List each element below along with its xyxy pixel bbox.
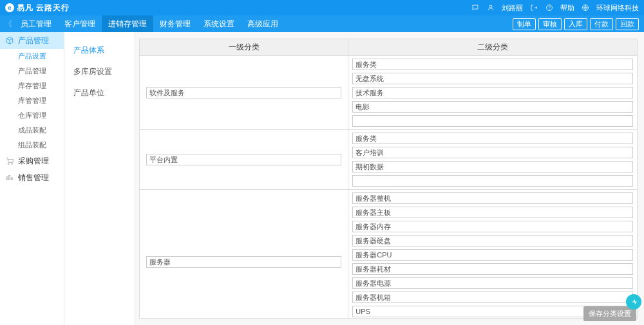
l2-input-0-1[interactable] [352, 73, 633, 84]
l2-input-2-3[interactable] [352, 235, 633, 246]
nav-item-5[interactable]: 高级应用 [241, 15, 285, 32]
svg-point-4 [8, 163, 9, 165]
l1-input-0[interactable] [146, 87, 341, 98]
l2-input-1-2[interactable] [352, 161, 633, 172]
company-name[interactable]: 环球网络科技 [596, 3, 639, 13]
sidebar-group-1[interactable]: 采购管理 [0, 153, 64, 169]
svg-point-2 [549, 10, 550, 10]
sidebar-group-0[interactable]: 产品管理 [0, 32, 64, 49]
l2-input-2-1[interactable] [352, 207, 633, 218]
sidebar-sub-0-0[interactable]: 产品设置 [0, 49, 64, 64]
sidebar-group-2-icon [5, 173, 14, 182]
svg-rect-6 [6, 177, 8, 180]
sidebar-sub-0-3[interactable]: 库管管理 [0, 93, 64, 108]
category-row [140, 56, 637, 130]
nav-mini-button-1[interactable]: 审核 [538, 18, 562, 30]
brand-name: 易凡 云路天行 [17, 3, 70, 14]
l2-input-0-4[interactable] [352, 115, 633, 127]
nav-mini-button-2[interactable]: 入库 [564, 18, 587, 30]
column-header-l2: 二级分类 [348, 39, 637, 55]
l2-input-1-0[interactable] [352, 133, 633, 144]
help-icon[interactable] [545, 3, 554, 12]
l1-input-1[interactable] [146, 154, 341, 165]
category-row [140, 190, 637, 318]
sidebar-sub-0-1[interactable]: 产品管理 [0, 64, 64, 79]
sidebar-sub-0-4[interactable]: 仓库管理 [0, 108, 64, 123]
globe-icon [581, 3, 590, 12]
l2-input-0-2[interactable] [352, 87, 633, 98]
l2-input-0-0[interactable] [352, 59, 633, 70]
l1-input-2[interactable] [146, 256, 341, 268]
submenu-item-2[interactable]: 产品单位 [64, 82, 135, 104]
nav-item-3[interactable]: 财务管理 [153, 15, 197, 32]
sidebar-group-2[interactable]: 销售管理 [0, 169, 64, 186]
nav-back-icon[interactable]: 〈 [3, 19, 14, 30]
svg-point-0 [489, 5, 492, 8]
l2-input-2-2[interactable] [352, 221, 633, 232]
svg-point-5 [12, 163, 13, 165]
sidebar-sub-0-6[interactable]: 组品装配 [0, 138, 64, 153]
chat-icon[interactable] [471, 3, 480, 12]
sidebar-group-1-icon [5, 156, 14, 165]
brand-logo-icon: e [5, 3, 14, 12]
submenu-item-0[interactable]: 产品体系 [64, 40, 135, 61]
nav-mini-button-0[interactable]: 制单 [513, 18, 536, 30]
l2-input-1-1[interactable] [352, 147, 633, 158]
submenu-item-1[interactable]: 多库房设置 [64, 61, 135, 82]
sidebar-sub-0-5[interactable]: 成品装配 [0, 123, 64, 138]
nav-item-4[interactable]: 系统设置 [197, 15, 241, 32]
nav-mini-button-4[interactable]: 回款 [616, 18, 639, 30]
save-category-button[interactable]: 保存分类设置 [583, 306, 636, 321]
svg-rect-8 [11, 178, 12, 180]
l2-input-2-6[interactable] [352, 277, 633, 289]
l2-input-2-5[interactable] [352, 263, 633, 275]
float-help-button[interactable] [626, 294, 641, 310]
sidebar-sub-0-2[interactable]: 库存管理 [0, 79, 64, 93]
user-icon [486, 3, 495, 12]
category-row [140, 130, 637, 190]
l2-input-2-4[interactable] [352, 249, 633, 261]
column-header-l1: 一级分类 [140, 39, 348, 55]
logout-icon[interactable] [529, 3, 538, 12]
nav-item-2[interactable]: 进销存管理 [102, 15, 153, 32]
l2-input-0-3[interactable] [352, 101, 633, 113]
l2-input-1-3[interactable] [352, 175, 633, 187]
l2-input-2-0[interactable] [352, 192, 633, 204]
nav-item-1[interactable]: 客户管理 [58, 15, 102, 32]
help-label[interactable]: 帮助 [560, 3, 574, 13]
nav-item-0[interactable]: 员工管理 [14, 15, 58, 32]
user-name[interactable]: 刘路丽 [502, 3, 523, 13]
svg-rect-7 [9, 176, 10, 180]
nav-mini-button-3[interactable]: 付款 [590, 18, 613, 30]
sidebar-group-0-icon [5, 36, 14, 45]
l2-input-2-7[interactable] [352, 292, 633, 303]
